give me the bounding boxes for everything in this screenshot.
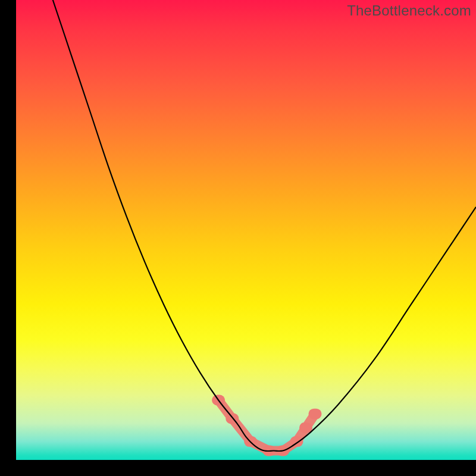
marker-f (290, 436, 303, 447)
chart-frame: TheBottleneck.com (0, 0, 476, 476)
marker-group (212, 395, 321, 456)
plot-area: TheBottleneck.com (16, 0, 476, 460)
curve-svg (16, 0, 476, 460)
bottleneck-curve (53, 0, 476, 451)
marker-h (309, 409, 322, 419)
